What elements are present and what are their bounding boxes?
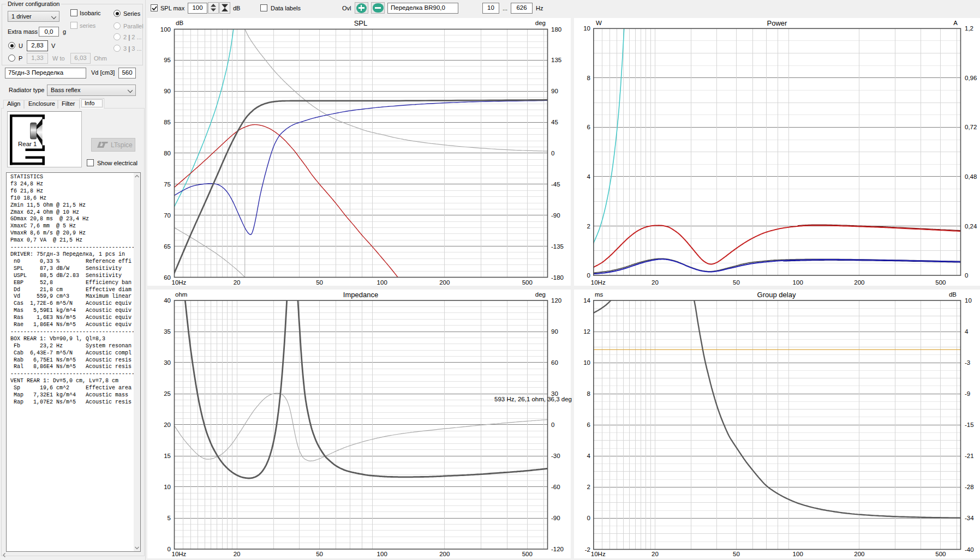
svg-text:4: 4 [587, 453, 591, 459]
svg-text:200: 200 [439, 551, 450, 557]
svg-text:100: 100 [160, 26, 171, 33]
svg-text:90: 90 [551, 88, 558, 94]
svg-text:dB: dB [176, 20, 183, 26]
svg-text:ms: ms [595, 291, 603, 298]
svg-text:W: W [596, 20, 602, 26]
svg-text:-28: -28 [965, 484, 974, 490]
svg-text:593 Hz, 26,1 ohm, 36,3 deg: 593 Hz, 26,1 ohm, 36,3 deg [494, 396, 572, 402]
svg-text:10: 10 [583, 25, 590, 32]
svg-text:500: 500 [935, 279, 946, 286]
svg-text:100: 100 [793, 279, 803, 286]
svg-text:0: 0 [551, 421, 554, 428]
svg-text:200: 200 [439, 279, 450, 286]
svg-text:10: 10 [164, 484, 171, 490]
svg-text:0,48: 0,48 [965, 173, 977, 180]
svg-text:-3: -3 [965, 359, 970, 366]
svg-text:20: 20 [234, 551, 241, 557]
svg-text:75: 75 [164, 181, 171, 188]
svg-text:10Hz: 10Hz [591, 279, 606, 286]
svg-text:5: 5 [168, 515, 171, 521]
svg-text:-180: -180 [551, 274, 564, 281]
svg-text:0: 0 [965, 272, 968, 279]
svg-text:500: 500 [522, 551, 533, 557]
svg-text:120: 120 [551, 297, 561, 304]
svg-text:500: 500 [522, 279, 533, 286]
svg-text:10Hz: 10Hz [172, 279, 187, 286]
svg-text:1,2: 1,2 [965, 25, 973, 32]
svg-text:0: 0 [168, 546, 171, 552]
svg-text:50: 50 [733, 279, 740, 286]
svg-text:10: 10 [583, 359, 590, 366]
svg-text:dB: dB [949, 291, 957, 298]
svg-text:A: A [953, 20, 958, 26]
svg-text:10: 10 [965, 297, 972, 304]
svg-text:2: 2 [587, 484, 590, 490]
svg-text:25: 25 [164, 390, 171, 397]
svg-text:85: 85 [164, 119, 171, 125]
svg-text:8: 8 [587, 390, 590, 397]
svg-text:20: 20 [234, 279, 241, 286]
svg-text:-90: -90 [551, 515, 560, 521]
svg-text:180: 180 [551, 26, 561, 33]
svg-text:100: 100 [377, 279, 387, 286]
svg-text:-90: -90 [551, 212, 560, 219]
svg-text:135: 135 [551, 57, 561, 63]
svg-text:100: 100 [793, 551, 803, 557]
svg-text:deg: deg [535, 291, 546, 298]
svg-text:95: 95 [164, 57, 171, 63]
svg-text:50: 50 [316, 279, 323, 286]
svg-text:-2: -2 [585, 546, 590, 553]
svg-text:0,96: 0,96 [965, 75, 977, 81]
svg-text:Impedance: Impedance [343, 291, 378, 299]
svg-text:-21: -21 [965, 453, 974, 459]
svg-text:15: 15 [164, 453, 171, 459]
svg-text:0: 0 [551, 150, 554, 156]
svg-text:60: 60 [551, 359, 558, 366]
svg-text:50: 50 [733, 551, 740, 557]
svg-text:500: 500 [935, 551, 946, 557]
svg-text:ohm: ohm [175, 291, 187, 298]
svg-text:20: 20 [652, 551, 659, 557]
svg-text:45: 45 [551, 119, 558, 125]
svg-text:SPL: SPL [354, 19, 368, 27]
svg-text:30: 30 [164, 359, 171, 366]
svg-text:Power: Power [767, 19, 788, 27]
svg-text:20: 20 [652, 279, 659, 286]
svg-text:90: 90 [551, 328, 558, 335]
svg-text:4: 4 [965, 328, 969, 335]
svg-text:65: 65 [164, 243, 171, 250]
svg-text:2: 2 [587, 223, 590, 230]
svg-text:200: 200 [854, 551, 864, 557]
svg-text:-120: -120 [551, 546, 564, 552]
svg-text:0,24: 0,24 [965, 223, 977, 230]
svg-text:0,72: 0,72 [965, 124, 977, 130]
svg-text:20: 20 [164, 421, 171, 428]
svg-text:35: 35 [164, 328, 171, 335]
svg-text:14: 14 [583, 297, 590, 304]
svg-text:8: 8 [587, 75, 590, 81]
svg-text:100: 100 [377, 551, 387, 557]
svg-text:90: 90 [164, 88, 171, 94]
svg-text:40: 40 [164, 297, 171, 304]
svg-text:-40: -40 [965, 546, 974, 553]
svg-text:70: 70 [164, 212, 171, 219]
svg-text:50: 50 [316, 551, 323, 557]
svg-text:60: 60 [164, 274, 171, 281]
svg-text:Group delay: Group delay [757, 291, 796, 299]
svg-text:10Hz: 10Hz [172, 551, 187, 557]
svg-text:-9: -9 [965, 390, 970, 397]
svg-text:4: 4 [587, 173, 591, 180]
svg-text:200: 200 [854, 279, 864, 286]
svg-text:-34: -34 [965, 515, 974, 521]
svg-text:12: 12 [583, 328, 590, 335]
svg-text:-15: -15 [965, 421, 974, 428]
svg-text:0: 0 [587, 515, 590, 521]
svg-text:80: 80 [164, 150, 171, 156]
svg-text:-60: -60 [551, 484, 560, 490]
svg-text:0: 0 [587, 272, 590, 279]
svg-text:-45: -45 [551, 181, 560, 188]
svg-text:-30: -30 [551, 453, 560, 459]
svg-text:-135: -135 [551, 243, 564, 250]
svg-text:10Hz: 10Hz [591, 551, 606, 557]
svg-text:deg: deg [535, 20, 546, 26]
